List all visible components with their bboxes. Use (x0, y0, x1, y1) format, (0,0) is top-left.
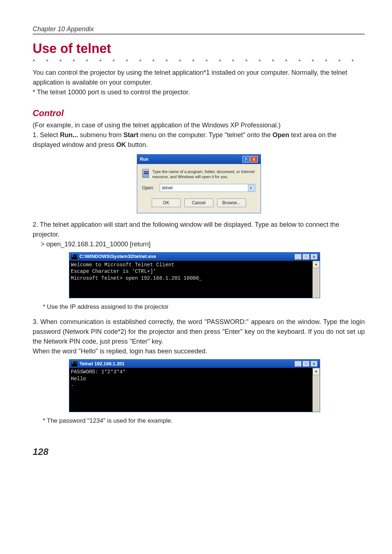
telnet1-content: Welcome to Microsoft Telnet Client Escap… (69, 261, 313, 298)
scrollbar[interactable]: ▲ (313, 261, 320, 298)
open-input-value: telnet (162, 185, 173, 190)
step1-text-b: submenu from (78, 131, 123, 139)
telnet1-title: C:\WINDOWS\System32\telnet.exe (79, 254, 156, 259)
run-dialog-titlebar: Run ? X (137, 155, 261, 164)
section-heading-control: Control (33, 108, 365, 118)
step-2: 2. The telnet application will start and… (33, 220, 365, 249)
chapter-header: Chapter 10 Appendix (33, 25, 365, 34)
cmd-icon (72, 254, 77, 259)
telnet2-titlebar: Telnet 192.168.1.201 _ □ x (69, 360, 320, 368)
chevron-down-icon[interactable]: ▾ (248, 185, 254, 191)
note-password: * The password "1234" is used for the ex… (43, 417, 365, 424)
run-dialog-title: Run (140, 157, 148, 162)
minimize-icon[interactable]: _ (294, 361, 302, 367)
telnet2-content: PASSWORD: 1*2*3*4* Hello - (69, 368, 313, 412)
step1-start: Start (123, 131, 138, 139)
telnet1-titlebar: C:\WINDOWS\System32\telnet.exe _ □ x (69, 253, 320, 261)
decorative-dots: ● ● ● ● ● ● ● ● ● ● ● ● ● ● ● ● ● ● ● ● … (33, 58, 365, 63)
close-icon[interactable]: x (310, 254, 318, 260)
step1-text-e: button. (126, 141, 148, 148)
step1-open: Open (273, 131, 289, 139)
maximize-icon[interactable]: □ (302, 254, 310, 260)
maximize-icon[interactable]: □ (302, 361, 310, 367)
close-icon[interactable]: x (310, 361, 318, 367)
note-ip-address: * Use the IP address assigned to the pro… (43, 303, 365, 311)
step-3: 3. When communication is established cor… (33, 317, 365, 356)
telnet-window-1: C:\WINDOWS\System32\telnet.exe _ □ x Wel… (69, 252, 320, 298)
step1-ok: OK (116, 141, 126, 148)
run-icon (142, 169, 149, 178)
intro-text: You can control the projector by using t… (33, 68, 365, 87)
step1-run: Run... (60, 131, 78, 139)
page-number: 128 (33, 446, 365, 457)
ok-button[interactable]: OK (152, 198, 181, 207)
cmd-icon (72, 361, 77, 366)
cancel-button[interactable]: Cancel (184, 198, 213, 207)
telnet2-title: Telnet 192.168.1.201 (79, 361, 124, 366)
minimize-icon[interactable]: _ (294, 254, 302, 260)
scroll-up-icon[interactable]: ▲ (313, 368, 320, 375)
close-icon[interactable]: X (250, 156, 258, 163)
telnet-window-2: Telnet 192.168.1.201 _ □ x PASSWORD: 1*2… (69, 359, 320, 412)
scrollbar[interactable]: ▲ (313, 368, 320, 412)
control-preface: (For example, in case of using the telne… (33, 120, 365, 130)
step2-text: 2. The telnet application will start and… (33, 221, 339, 238)
browse-button[interactable]: Browse... (217, 198, 246, 207)
run-dialog: Run ? X Type the name of a program, fold… (137, 154, 261, 213)
step-1: 1. Select Run... submenu from Start menu… (33, 130, 365, 150)
scroll-up-icon[interactable]: ▲ (313, 261, 320, 268)
open-input[interactable]: telnet ▾ (160, 184, 256, 192)
step1-text-c: menu on the computer. Type "telnet" onto… (138, 131, 273, 139)
run-description: Type the name of a program, folder, docu… (152, 169, 256, 180)
step2-command: > open_192.168.1.201_10000 [return] (41, 239, 365, 249)
step1-text-a: 1. Select (33, 131, 60, 139)
page-title: Use of telnet (33, 41, 365, 56)
help-icon[interactable]: ? (242, 156, 250, 163)
intro-note: * The telnet 10000 port is used to contr… (33, 87, 365, 97)
open-label: Open: (142, 185, 156, 190)
